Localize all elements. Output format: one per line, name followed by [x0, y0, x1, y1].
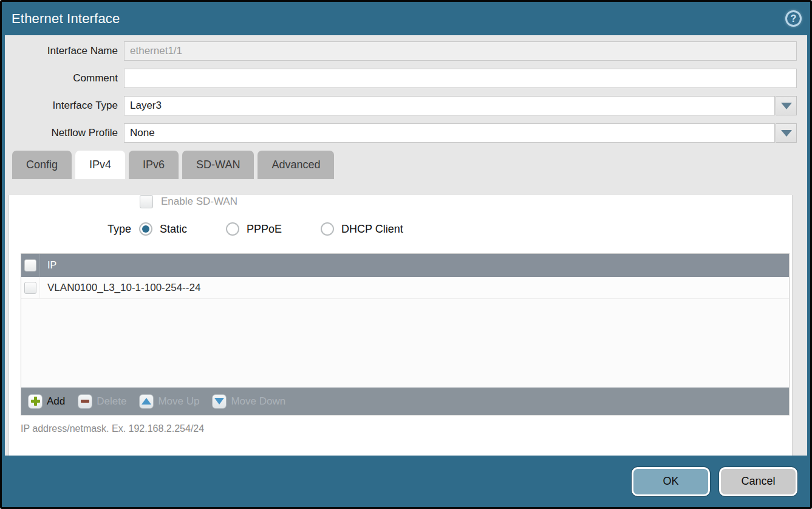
comment-row: Comment [5, 69, 797, 88]
enable-sdwan-label: Enable SD-WAN [161, 196, 237, 208]
interface-type-dropdown-button[interactable] [776, 96, 797, 115]
interface-type-value[interactable]: Layer3 [124, 96, 775, 115]
delete-button: Delete [78, 394, 126, 409]
ip-cell[interactable]: VLAN0100_L3_10-1-100-254--24 [40, 277, 200, 298]
minus-icon [78, 394, 92, 409]
netflow-profile-combo: None [124, 123, 797, 143]
interface-type-row: Interface Type Layer3 [5, 96, 797, 115]
enable-sdwan-row: Enable SD-WAN [140, 195, 792, 208]
add-button-label: Add [47, 395, 65, 408]
type-label: Type [107, 223, 131, 236]
ip-table-toolbar: Add Delete Move Up Move Down [21, 388, 789, 415]
tab-strip: Config IPv4 IPv6 SD-WAN Advanced [12, 151, 807, 179]
tab-ipv6[interactable]: IPv6 [129, 151, 179, 179]
dialog-body: Interface Name ethernet1/1 Comment Inter… [5, 35, 807, 456]
tab-ipv4[interactable]: IPv4 [75, 151, 125, 179]
enable-sdwan-checkbox [140, 195, 153, 208]
ethernet-interface-dialog: Ethernet Interface ? Interface Name ethe… [0, 0, 812, 509]
type-row: Type Static PPPoE DHCP Client [107, 222, 792, 236]
arrow-up-icon [139, 394, 154, 409]
plus-icon [28, 394, 43, 409]
move-up-button-label: Move Up [158, 395, 199, 408]
dialog-title: Ethernet Interface [12, 11, 120, 27]
dialog-footer: OK Cancel [2, 456, 810, 507]
add-button[interactable]: Add [28, 394, 65, 409]
ok-button[interactable]: OK [632, 467, 710, 496]
comment-input[interactable] [124, 69, 797, 88]
chevron-down-icon [781, 103, 792, 109]
row-checkbox-cell [21, 277, 40, 298]
ipv4-tab-panel: Enable SD-WAN Type Static PPPoE DHCP Cli… [9, 195, 793, 456]
titlebar: Ethernet Interface ? [2, 2, 810, 35]
move-down-button-label: Move Down [231, 395, 285, 408]
select-all-checkbox[interactable] [24, 259, 36, 272]
interface-name-label: Interface Name [5, 45, 124, 57]
ip-table-header: IP [21, 254, 789, 277]
move-down-button: Move Down [212, 394, 285, 409]
select-all-cell [21, 254, 40, 277]
cancel-button[interactable]: Cancel [719, 467, 797, 496]
interface-name-row: Interface Name ethernet1/1 [5, 41, 797, 61]
ip-table-body: VLAN0100_L3_10-1-100-254--24 [21, 277, 789, 388]
arrow-down-icon [212, 394, 227, 409]
chevron-down-icon [781, 130, 792, 137]
ip-format-hint: IP address/netmask. Ex. 192.168.2.254/24 [21, 423, 792, 434]
interface-name-field: ethernet1/1 [124, 41, 797, 61]
ip-table: IP VLAN0100_L3_10-1-100-254--24 Add [21, 253, 790, 415]
tab-sdwan[interactable]: SD-WAN [182, 151, 254, 179]
help-icon[interactable]: ? [785, 10, 802, 27]
ip-column-header: IP [40, 254, 56, 277]
tab-config[interactable]: Config [12, 151, 72, 179]
netflow-profile-row: Netflow Profile None [5, 123, 797, 143]
radio-pppoe-label[interactable]: PPPoE [247, 223, 282, 236]
comment-label: Comment [5, 72, 124, 84]
radio-static[interactable] [139, 222, 152, 236]
table-row[interactable]: VLAN0100_L3_10-1-100-254--24 [21, 277, 789, 299]
radio-dhcp-client-label[interactable]: DHCP Client [341, 223, 403, 236]
move-up-button: Move Up [139, 394, 199, 409]
row-checkbox[interactable] [24, 282, 36, 294]
radio-pppoe[interactable] [226, 222, 239, 236]
interface-type-combo: Layer3 [124, 96, 797, 115]
delete-button-label: Delete [97, 395, 126, 408]
radio-static-label[interactable]: Static [160, 223, 187, 236]
radio-dhcp-client[interactable] [321, 222, 334, 236]
tab-advanced[interactable]: Advanced [258, 151, 334, 179]
netflow-profile-value[interactable]: None [124, 123, 775, 143]
netflow-profile-label: Netflow Profile [5, 127, 124, 139]
interface-type-label: Interface Type [5, 100, 124, 112]
netflow-profile-dropdown-button[interactable] [776, 123, 797, 143]
